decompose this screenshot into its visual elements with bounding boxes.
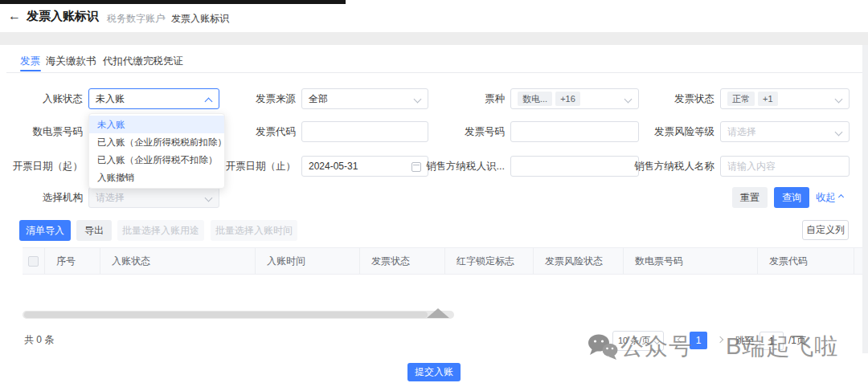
seller-tax-id-label: 销售方纳税人识... xyxy=(406,156,505,177)
invoice-status-label: 发票状态 xyxy=(607,88,714,109)
chevron-down-icon xyxy=(205,194,213,202)
active-tab-underline xyxy=(20,70,41,71)
column-header-risk-status: 发票风险状态 xyxy=(534,248,624,274)
dropdown-option-entry-cancel[interactable]: 入账撤销 xyxy=(89,169,224,186)
risk-level-placeholder: 请选择 xyxy=(727,125,756,139)
seller-name-input[interactable] xyxy=(720,156,850,177)
total-pages-label: /1页 xyxy=(788,334,806,348)
collapse-label: 收起 xyxy=(816,192,836,203)
column-header-serial: 序号 xyxy=(45,248,100,274)
select-org-select: 请选择 xyxy=(88,187,219,208)
back-arrow-icon[interactable]: ← xyxy=(8,9,21,23)
page-title: 发票入账标识 xyxy=(27,9,99,24)
risk-level-select[interactable]: 请选择 xyxy=(720,121,850,142)
select-org-label: 选择机构 xyxy=(0,187,83,208)
custom-columns-button[interactable]: 自定义列 xyxy=(802,220,849,240)
chevron-up-icon xyxy=(838,194,844,200)
invoice-number-label: 发票号码 xyxy=(406,121,505,142)
horizontal-scrollbar-thumb[interactable] xyxy=(24,312,428,318)
horizontal-scrollbar[interactable] xyxy=(23,311,454,319)
issue-date-end-value: 2024-05-31 xyxy=(309,161,358,172)
table-header-row: 序号 入账状态 入账时间 发票状态 红字锁定标志 发票风险状态 数电票号码 发票… xyxy=(23,247,868,275)
dropdown-option-entered-no-deduct[interactable]: 已入账（企业所得税不扣除） xyxy=(89,151,224,169)
seller-name-label: 销售方纳税人名称 xyxy=(607,156,714,177)
batch-select-entry-time-button: 批量选择入账时间 xyxy=(211,220,297,241)
column-header-invoice-status: 发票状态 xyxy=(360,248,445,274)
page-size-select[interactable]: 10 条/页 xyxy=(612,331,664,351)
list-import-button[interactable]: 清单导入 xyxy=(19,220,71,241)
ticket-type-count-tag: +16 xyxy=(555,92,580,106)
entry-status-value: 未入账 xyxy=(96,92,125,106)
column-header-red-lock-flag: 红字锁定标志 xyxy=(445,248,534,274)
invoice-status-count-tag: +1 xyxy=(758,92,778,106)
dropdown-option-not-entered[interactable]: 未入账 xyxy=(89,116,224,133)
invoice-status-tag: 正常 xyxy=(727,92,755,106)
ticket-type-label: 票种 xyxy=(406,88,505,109)
invoice-status-select[interactable]: 正常 +1 xyxy=(720,88,850,109)
column-header-invoice-code: 发票代码 xyxy=(758,248,854,274)
invoice-source-label: 发票来源 xyxy=(201,88,296,109)
column-header-entry-time: 入账时间 xyxy=(256,248,360,274)
column-header-digital-ticket-number: 数电票号码 xyxy=(624,248,758,274)
reset-button[interactable]: 重置 xyxy=(732,187,768,208)
collapse-link[interactable]: 收起 xyxy=(816,191,843,205)
chevron-down-icon xyxy=(654,339,660,344)
page-size-value: 10 条/页 xyxy=(618,335,650,347)
digital-ticket-number-label: 数电票号码 xyxy=(0,121,83,142)
tab-customs-payment[interactable]: 海关缴款书 xyxy=(46,55,96,68)
dropdown-option-entered-pretax-deduct[interactable]: 已入账（企业所得税税前扣除） xyxy=(89,133,224,151)
chevron-down-icon xyxy=(835,96,843,104)
entry-status-select[interactable]: 未入账 xyxy=(88,88,219,109)
invoice-entry-page: ← 发票入账标识 税务数字账户 › 发票入账标识 发票 海关缴款书 代扣代缴完税… xyxy=(0,0,868,383)
tab-invoice[interactable]: 发票 xyxy=(20,55,40,68)
select-all-checkbox[interactable] xyxy=(28,256,39,267)
issue-date-start-label: 开票日期（起） xyxy=(0,156,83,177)
chevron-down-icon xyxy=(835,128,843,136)
jump-to-page-input[interactable] xyxy=(760,332,784,350)
scrollbar-notch xyxy=(427,308,449,318)
page-number-1[interactable]: 1 xyxy=(690,332,707,349)
query-button[interactable]: 查询 xyxy=(774,187,809,208)
background-band xyxy=(0,32,868,45)
top-black-bar xyxy=(0,0,346,4)
tab-withholding-certificate[interactable]: 代扣代缴完税凭证 xyxy=(103,55,183,68)
vertical-scrollbar[interactable] xyxy=(862,45,868,353)
select-org-placeholder: 请选择 xyxy=(96,191,125,205)
tabs-divider xyxy=(6,72,868,73)
batch-select-entry-purpose-button: 批量选择入账用途 xyxy=(117,220,204,241)
export-button[interactable]: 导出 xyxy=(76,220,112,241)
submit-entry-button[interactable]: 提交入账 xyxy=(407,363,461,381)
entry-status-label: 入账状态 xyxy=(0,88,83,109)
column-header-entry-status: 入账状态 xyxy=(100,248,256,274)
breadcrumb-separator-icon: › xyxy=(162,12,166,23)
ticket-type-tag: 数电... xyxy=(518,92,552,106)
breadcrumb-current: 发票入账标识 xyxy=(171,12,229,26)
risk-level-label: 发票风险等级 xyxy=(607,121,714,142)
entry-status-dropdown: 未入账 已入账（企业所得税税前扣除） 已入账（企业所得税不扣除） 入账撤销 xyxy=(88,113,225,189)
breadcrumb-parent[interactable]: 税务数字账户 xyxy=(107,12,165,26)
invoice-source-value: 全部 xyxy=(309,92,328,106)
total-count-text: 共 0 条 xyxy=(24,333,54,347)
jump-to-label: 跳至 xyxy=(735,334,755,348)
select-all-cell xyxy=(23,248,45,274)
